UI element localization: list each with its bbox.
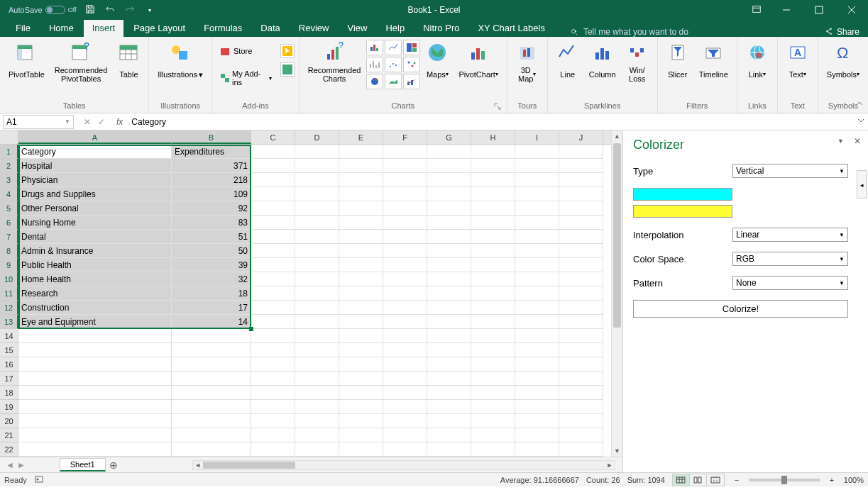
cell-B14[interactable]	[172, 329, 251, 343]
cell-B2[interactable]: 371	[172, 159, 251, 173]
cell-H6[interactable]	[471, 216, 515, 230]
row-header[interactable]: 1	[0, 145, 18, 159]
pivotchart-button[interactable]: PivotChart▾	[454, 40, 502, 85]
row-header[interactable]: 17	[0, 372, 18, 386]
row-header[interactable]: 9	[0, 258, 18, 272]
cell-G14[interactable]	[427, 329, 471, 343]
vertical-scrollbar[interactable]: ▲ ▼	[611, 130, 622, 457]
cell-F12[interactable]	[383, 301, 427, 315]
cell-J4[interactable]	[559, 187, 603, 201]
cell-B8[interactable]: 50	[172, 244, 251, 258]
cell-C5[interactable]	[251, 201, 295, 216]
cell-E22[interactable]	[339, 442, 383, 457]
cell-I1[interactable]	[515, 145, 559, 159]
chart-surface-icon[interactable]	[385, 74, 402, 89]
cell-F18[interactable]	[383, 386, 427, 400]
cell-F14[interactable]	[383, 329, 427, 343]
macro-record-icon[interactable]	[34, 474, 44, 486]
cell-H19[interactable]	[471, 400, 515, 414]
cell-J14[interactable]	[559, 329, 603, 343]
row-header[interactable]: 3	[0, 173, 18, 187]
cell-J16[interactable]	[559, 357, 603, 372]
cell-G2[interactable]	[427, 159, 471, 173]
cell-F15[interactable]	[383, 343, 427, 357]
cell-A14[interactable]	[18, 329, 172, 343]
cell-F19[interactable]	[383, 400, 427, 414]
cell-E13[interactable]	[339, 315, 383, 329]
cell-F16[interactable]	[383, 357, 427, 372]
cell-C18[interactable]	[251, 386, 295, 400]
cell-D22[interactable]	[295, 442, 339, 457]
col-header-H[interactable]: H	[471, 130, 515, 144]
view-normal-button[interactable]	[673, 474, 690, 486]
3dmap-button[interactable]: 3D Map▾	[512, 40, 543, 85]
cell-E1[interactable]	[339, 145, 383, 159]
cell-D17[interactable]	[295, 372, 339, 386]
cell-B22[interactable]	[172, 442, 251, 457]
cell-G22[interactable]	[427, 442, 471, 457]
cell-E7[interactable]	[339, 230, 383, 244]
cell-D19[interactable]	[295, 400, 339, 414]
cell-I5[interactable]	[515, 201, 559, 216]
table-button[interactable]: Table	[113, 40, 144, 85]
cell-C10[interactable]	[251, 272, 295, 286]
close-button[interactable]	[835, 0, 868, 20]
cell-I15[interactable]	[515, 343, 559, 357]
sheet-nav-next-icon[interactable]: ►	[17, 460, 26, 470]
cell-B10[interactable]: 32	[172, 272, 251, 286]
row-header[interactable]: 14	[0, 329, 18, 343]
cell-I17[interactable]	[515, 372, 559, 386]
text-button[interactable]: AText▾	[782, 40, 813, 85]
cell-I2[interactable]	[515, 159, 559, 173]
save-icon[interactable]	[84, 4, 97, 16]
scroll-left-icon[interactable]: ◄	[193, 461, 203, 469]
undo-icon[interactable]	[104, 4, 116, 16]
tell-me-search[interactable]: Tell me what you want to do	[569, 27, 688, 37]
cell-A20[interactable]	[18, 414, 172, 428]
cell-G15[interactable]	[427, 343, 471, 357]
fx-icon[interactable]: fx	[112, 117, 127, 127]
cell-I22[interactable]	[515, 442, 559, 457]
col-header-A[interactable]: A	[18, 130, 172, 144]
sheet-nav-prev-icon[interactable]: ◄	[6, 460, 14, 470]
cell-C7[interactable]	[251, 230, 295, 244]
cell-D16[interactable]	[295, 357, 339, 372]
cell-B7[interactable]: 51	[172, 230, 251, 244]
cell-B17[interactable]	[172, 372, 251, 386]
cell-B13[interactable]: 14	[172, 315, 251, 329]
cell-D18[interactable]	[295, 386, 339, 400]
scroll-thumb[interactable]	[613, 143, 621, 328]
cell-C19[interactable]	[251, 400, 295, 414]
cell-F11[interactable]	[383, 286, 427, 301]
cell-A4[interactable]: Drugs and Supplies	[18, 187, 172, 201]
cell-E11[interactable]	[339, 286, 383, 301]
cell-A22[interactable]	[18, 442, 172, 457]
cell-B4[interactable]: 109	[172, 187, 251, 201]
cell-H22[interactable]	[471, 442, 515, 457]
cell-A5[interactable]: Other Personal	[18, 201, 172, 216]
cell-A12[interactable]: Construction	[18, 301, 172, 315]
cell-H2[interactable]	[471, 159, 515, 173]
cell-B11[interactable]: 18	[172, 286, 251, 301]
cell-E5[interactable]	[339, 201, 383, 216]
cell-H13[interactable]	[471, 315, 515, 329]
share-button[interactable]: Share	[824, 27, 859, 37]
row-header[interactable]: 7	[0, 230, 18, 244]
cell-D1[interactable]	[295, 145, 339, 159]
cell-F2[interactable]	[383, 159, 427, 173]
scroll-up-icon[interactable]: ▲	[612, 130, 622, 142]
cell-C15[interactable]	[251, 343, 295, 357]
cell-J19[interactable]	[559, 400, 603, 414]
row-header[interactable]: 4	[0, 187, 18, 201]
cell-I20[interactable]	[515, 414, 559, 428]
tab-help[interactable]: Help	[377, 20, 413, 37]
cell-B19[interactable]	[172, 400, 251, 414]
cell-I12[interactable]	[515, 301, 559, 315]
cell-F7[interactable]	[383, 230, 427, 244]
row-header[interactable]: 19	[0, 400, 18, 414]
cell-I18[interactable]	[515, 386, 559, 400]
zoom-out-button[interactable]: −	[732, 476, 742, 484]
chart-treemap-icon[interactable]	[403, 40, 420, 55]
tab-review[interactable]: Review	[290, 20, 338, 37]
cell-A21[interactable]	[18, 428, 172, 442]
